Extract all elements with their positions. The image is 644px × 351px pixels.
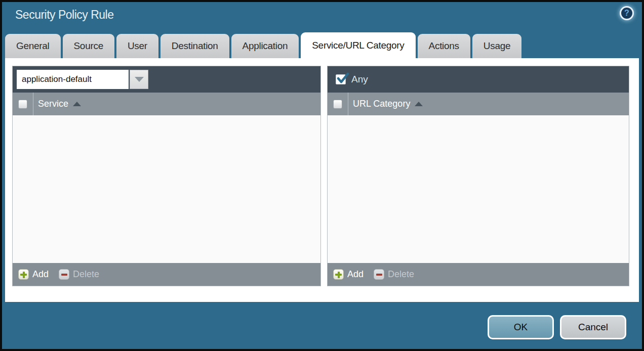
screen: Security Policy Rule ? General Source Us… (0, 0, 644, 351)
url-select-all-checkbox[interactable] (333, 100, 342, 109)
any-label: Any (351, 74, 368, 85)
service-select-all-checkbox[interactable] (18, 100, 27, 109)
chevron-down-icon (135, 77, 144, 82)
service-panel: Service Add Delete (12, 66, 321, 286)
service-column-header[interactable]: Service (38, 99, 81, 109)
tab-actions[interactable]: Actions (418, 34, 470, 58)
service-column-header-row: Service (13, 93, 320, 115)
url-panel-toolbar: Any (328, 66, 629, 93)
url-select-all-cell (328, 93, 348, 115)
service-type-dropdown[interactable] (17, 70, 148, 89)
tab-general[interactable]: General (5, 34, 61, 58)
help-glyph: ? (624, 9, 629, 18)
service-select-all-cell (13, 93, 33, 115)
url-delete-button[interactable]: Delete (374, 269, 414, 280)
service-type-dropdown-input[interactable] (17, 70, 129, 89)
cancel-button[interactable]: Cancel (560, 315, 626, 339)
tab-service-url-category[interactable]: Service/URL Category (301, 32, 415, 58)
service-add-button[interactable]: Add (18, 269, 49, 280)
delete-icon (374, 269, 384, 280)
sort-ascending-icon (73, 102, 81, 106)
service-panel-toolbar (13, 66, 320, 93)
delete-icon (59, 269, 69, 280)
tab-usage[interactable]: Usage (472, 34, 521, 58)
add-icon (333, 269, 344, 280)
url-add-button[interactable]: Add (333, 269, 364, 280)
service-table-body (13, 115, 320, 263)
tab-bar: General Source User Destination Applicat… (5, 32, 521, 58)
add-icon (18, 269, 29, 280)
tab-source[interactable]: Source (63, 34, 114, 58)
checkmark-icon (336, 72, 349, 85)
url-category-panel: Any URL Category Add (327, 66, 629, 286)
tab-application[interactable]: Application (231, 34, 299, 58)
tab-destination[interactable]: Destination (160, 34, 229, 58)
service-delete-button[interactable]: Delete (59, 269, 99, 280)
ok-button[interactable]: OK (488, 315, 554, 339)
page-title: Security Policy Rule (15, 8, 114, 22)
url-panel-footer: Add Delete (328, 263, 629, 286)
tab-content-area: Service Add Delete (5, 58, 639, 302)
sort-ascending-icon (415, 102, 423, 106)
url-column-header[interactable]: URL Category (353, 99, 423, 109)
service-panel-footer: Add Delete (13, 263, 320, 286)
any-checkbox[interactable] (336, 74, 346, 84)
url-table-body (328, 115, 629, 263)
security-policy-rule-dialog: Security Policy Rule ? General Source Us… (2, 2, 642, 349)
url-column-header-row: URL Category (328, 93, 629, 115)
tab-user[interactable]: User (116, 34, 158, 58)
dropdown-arrow-button[interactable] (130, 70, 148, 89)
help-icon[interactable]: ? (620, 6, 634, 20)
any-row: Any (332, 66, 368, 93)
